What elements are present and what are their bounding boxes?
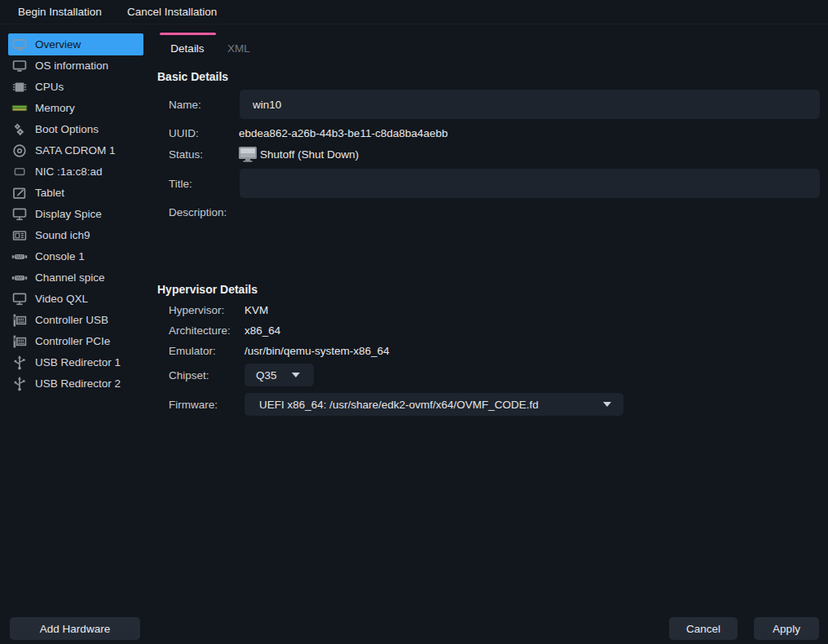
- hypervisor-label: Hypervisor:: [169, 304, 224, 316]
- sidebar-item-label: Boot Options: [35, 123, 99, 135]
- chipset-value: Q35: [256, 369, 277, 382]
- sidebar-item-boot-options[interactable]: Boot Options: [8, 118, 143, 140]
- sidebar-item-label: Tablet: [35, 187, 64, 199]
- description-input[interactable]: [240, 205, 820, 269]
- disc-icon: [11, 143, 28, 159]
- usb-icon: [11, 376, 28, 392]
- sidebar-item-usb-redirector-2[interactable]: USB Redirector 2: [8, 373, 143, 395]
- monitor-stand-icon: [11, 206, 28, 223]
- sidebar-item-label: Video QXL: [35, 293, 88, 305]
- sidebar-item-label: OS information: [35, 60, 108, 72]
- usb-icon: [11, 355, 28, 371]
- monitor-icon: [11, 58, 28, 74]
- architecture-value: x86_64: [244, 324, 280, 337]
- sidebar-item-controller-usb[interactable]: Controller USB: [8, 309, 143, 331]
- sidebar-item-console-1[interactable]: Console 1: [8, 245, 143, 267]
- sidebar-item-tablet[interactable]: Tablet: [8, 182, 143, 204]
- sidebar-item-controller-pcie[interactable]: Controller PCIe: [8, 330, 143, 352]
- status-value: Shutoff (Shut Down): [260, 148, 359, 161]
- sidebar: OverviewOS informationCPUsMemoryBoot Opt…: [0, 24, 152, 608]
- hypervisor-details-heading: Hypervisor Details: [157, 283, 258, 296]
- hypervisor-value: KVM: [244, 304, 268, 316]
- sidebar-item-label: Controller USB: [35, 314, 108, 326]
- monitor-status-icon: [238, 146, 258, 162]
- sidebar-item-label: NIC :1a:c8:ad: [35, 165, 103, 178]
- cancel-button[interactable]: Cancel: [669, 617, 738, 640]
- title-label: Title:: [169, 178, 192, 190]
- sidebar-item-label: Controller PCIe: [35, 335, 110, 347]
- controller-card-icon: [11, 312, 28, 329]
- cpu-icon: [11, 79, 28, 95]
- toolbar: Begin Installation Cancel Installation: [0, 0, 828, 24]
- nic-icon: [11, 164, 28, 180]
- firmware-dropdown[interactable]: UEFI x86_64: /usr/share/edk2-ovmf/x64/OV…: [244, 393, 623, 416]
- chevron-down-icon: [603, 402, 611, 407]
- sidebar-item-display-spice[interactable]: Display Spice: [8, 203, 143, 225]
- sidebar-item-label: Channel spice: [35, 271, 105, 284]
- firmware-value: UEFI x86_64: /usr/share/edk2-ovmf/x64/OV…: [259, 399, 539, 411]
- chipset-dropdown[interactable]: Q35: [244, 364, 314, 386]
- sidebar-item-nic-1a-c8-ad[interactable]: NIC :1a:c8:ad: [8, 161, 143, 183]
- tablet-icon: [11, 185, 28, 201]
- monitor-icon: [11, 37, 28, 53]
- tab-xml[interactable]: XML: [222, 33, 256, 62]
- tab-details[interactable]: Details: [158, 33, 217, 62]
- sidebar-item-channel-spice[interactable]: Channel spice: [8, 267, 143, 289]
- sidebar-item-video-qxl[interactable]: Video QXL: [8, 288, 143, 310]
- sidebar-item-label: USB Redirector 2: [35, 377, 121, 390]
- sidebar-item-label: Sound ich9: [35, 229, 90, 241]
- sidebar-item-label: USB Redirector 1: [35, 356, 121, 368]
- memory-icon: [11, 100, 28, 117]
- emulator-label: Emulator:: [169, 345, 216, 357]
- chevron-down-icon: [292, 373, 300, 377]
- vm-details-window: Begin Installation Cancel Installation O…: [0, 0, 828, 644]
- sidebar-item-overview[interactable]: Overview: [8, 33, 143, 55]
- controller-card-icon: [11, 333, 28, 350]
- monitor-stand-icon: [11, 291, 28, 307]
- title-input[interactable]: [240, 169, 820, 198]
- sidebar-item-label: Overview: [35, 38, 81, 51]
- sidebar-item-sata-cdrom-1[interactable]: SATA CDROM 1: [8, 139, 143, 161]
- sidebar-item-usb-redirector-1[interactable]: USB Redirector 1: [8, 351, 143, 373]
- gears-icon: [11, 121, 28, 138]
- sidebar-item-label: Console 1: [35, 250, 85, 262]
- sidebar-item-label: CPUs: [35, 81, 64, 93]
- sidebar-item-os-information[interactable]: OS information: [8, 55, 143, 77]
- firmware-label: Firmware:: [169, 399, 218, 411]
- serial-port-icon: [11, 249, 28, 265]
- chipset-label: Chipset:: [169, 369, 209, 382]
- architecture-label: Architecture:: [169, 324, 231, 337]
- serial-port-icon: [11, 270, 28, 286]
- sidebar-item-cpus[interactable]: CPUs: [8, 76, 143, 98]
- add-hardware-button[interactable]: Add Hardware: [10, 617, 140, 640]
- emulator-value: /usr/bin/qemu-system-x86_64: [244, 345, 390, 357]
- name-input[interactable]: [240, 90, 820, 119]
- cancel-installation-button[interactable]: Cancel Installation: [124, 0, 220, 24]
- sidebar-item-sound-ich9[interactable]: Sound ich9: [8, 224, 143, 246]
- sidebar-item-memory[interactable]: Memory: [8, 97, 143, 119]
- apply-button[interactable]: Apply: [754, 617, 819, 640]
- description-label: Description:: [169, 206, 227, 218]
- basic-details-heading: Basic Details: [157, 70, 228, 83]
- sound-card-icon: [11, 227, 28, 244]
- sidebar-item-label: Memory: [35, 102, 75, 114]
- status-label: Status:: [169, 148, 203, 161]
- name-label: Name:: [169, 99, 201, 111]
- uuid-value: ebdea862-a26b-44b3-be11-c8da8ba4aebb: [239, 127, 447, 139]
- uuid-label: UUID:: [169, 127, 199, 139]
- begin-installation-button[interactable]: Begin Installation: [15, 0, 105, 24]
- sidebar-item-label: Display Spice: [35, 208, 102, 220]
- sidebar-item-label: SATA CDROM 1: [35, 144, 116, 157]
